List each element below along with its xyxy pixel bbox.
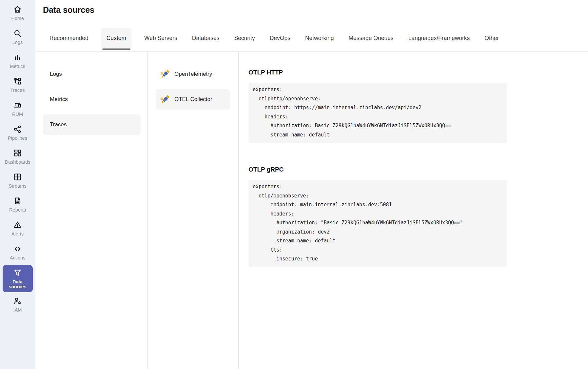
sidebar-item-streams[interactable]: Streams <box>0 169 35 193</box>
opentelemetry-logo-icon <box>160 69 171 80</box>
tab-message-queues[interactable]: Message Queues <box>346 28 395 49</box>
config-content: OTLP HTTP exporters: otlphttp/openobserv… <box>239 52 588 369</box>
devices-icon <box>13 101 22 111</box>
otlp-grpc-code-block: exporters: otlp/openobserve: endpoint: m… <box>248 180 507 267</box>
otlp-http-code-block: exporters: otlphttp/openobserve: endpoin… <box>248 83 507 143</box>
sidebar-item-label: IAM <box>13 308 22 313</box>
sidebar-item-label: Data sources <box>5 279 31 289</box>
panels: Logs Metrics Traces <box>35 52 588 369</box>
page-title: Data sources <box>35 0 588 19</box>
sidebar-item-label: Logs <box>12 40 23 45</box>
sidebar-item-rum[interactable]: RUM <box>0 97 35 121</box>
sidebar-item-label: Actions <box>10 256 26 260</box>
signal-item-traces[interactable]: Traces <box>43 114 141 135</box>
sidebar-item-label: Reports <box>9 208 26 213</box>
section-heading: OTLP gRPC <box>248 166 578 173</box>
integration-label: OTEL Collector <box>174 96 212 103</box>
document-icon <box>13 196 22 207</box>
sidebar-item-pipelines[interactable]: Pipelines <box>0 121 35 145</box>
signal-item-logs[interactable]: Logs <box>43 64 141 84</box>
schema-icon <box>13 77 22 87</box>
tab-networking[interactable]: Networking <box>303 28 336 49</box>
signal-item-metrics[interactable]: Metrics <box>43 89 141 110</box>
sidebar-item-label: Alerts <box>11 232 24 236</box>
sidebar-item-label: Home <box>11 16 24 21</box>
category-tabs: Recommended Custom Web Servers Databases… <box>35 28 588 49</box>
tab-languages-frameworks[interactable]: Languages/Frameworks <box>406 28 472 49</box>
app-window: Home Logs Metrics Traces RUM Pipelines D… <box>0 0 588 369</box>
filter-icon <box>13 268 22 278</box>
sidebar-item-logs[interactable]: Logs <box>0 25 35 49</box>
sidebar-item-alerts[interactable]: Alerts <box>0 216 35 240</box>
home-icon <box>13 5 22 15</box>
bar-chart-icon <box>13 53 22 63</box>
signal-type-list: Logs Metrics Traces <box>35 52 148 369</box>
sidebar-item-data-sources[interactable]: Data sources <box>0 264 35 293</box>
tab-web-servers[interactable]: Web Servers <box>142 28 179 49</box>
sidebar-item-label: Streams <box>9 184 27 189</box>
sidebar-item-label: Metrics <box>10 64 25 69</box>
sidebar-item-metrics[interactable]: Metrics <box>0 49 35 73</box>
sidebar: Home Logs Metrics Traces RUM Pipelines D… <box>0 0 35 369</box>
sidebar-item-dashboards[interactable]: Dashboards <box>0 145 35 169</box>
opentelemetry-logo-icon <box>160 94 171 105</box>
sidebar-item-reports[interactable]: Reports <box>0 193 35 216</box>
search-icon <box>13 29 22 39</box>
code-icon <box>13 244 22 255</box>
sidebar-item-traces[interactable]: Traces <box>0 73 35 97</box>
warning-icon <box>13 220 22 231</box>
sidebar-item-label: RUM <box>12 112 23 117</box>
data-sources-active-button[interactable]: Data sources <box>3 265 33 292</box>
share-icon <box>13 125 22 135</box>
user-gear-icon <box>13 297 22 307</box>
tab-other[interactable]: Other <box>482 28 501 49</box>
otlp-http-section: OTLP HTTP exporters: otlphttp/openobserv… <box>248 69 578 143</box>
tab-security[interactable]: Security <box>232 28 257 49</box>
grid-icon <box>13 173 22 183</box>
dashboard-icon <box>13 149 22 159</box>
integration-list: OpenTelemetry <box>148 52 239 369</box>
integration-item-otel-collector[interactable]: OTEL Collector <box>156 89 230 110</box>
integration-label: OpenTelemetry <box>174 71 212 77</box>
tab-recommended[interactable]: Recommended <box>48 28 90 49</box>
sidebar-item-home[interactable]: Home <box>0 1 35 25</box>
sidebar-item-actions[interactable]: Actions <box>0 240 35 264</box>
section-heading: OTLP HTTP <box>248 69 578 76</box>
tab-devops[interactable]: DevOps <box>268 28 292 49</box>
integration-item-opentelemetry[interactable]: OpenTelemetry <box>156 64 230 84</box>
main-area: Data sources Recommended Custom Web Serv… <box>35 0 588 369</box>
otlp-grpc-section: OTLP gRPC exporters: otlp/openobserve: e… <box>248 166 578 267</box>
sidebar-item-label: Pipelines <box>8 136 27 141</box>
sidebar-item-label: Traces <box>10 88 25 93</box>
sidebar-item-label: Dashboards <box>5 160 30 165</box>
sidebar-item-iam[interactable]: IAM <box>0 293 35 317</box>
tab-databases[interactable]: Databases <box>190 28 222 49</box>
tab-custom[interactable]: Custom <box>101 28 131 49</box>
